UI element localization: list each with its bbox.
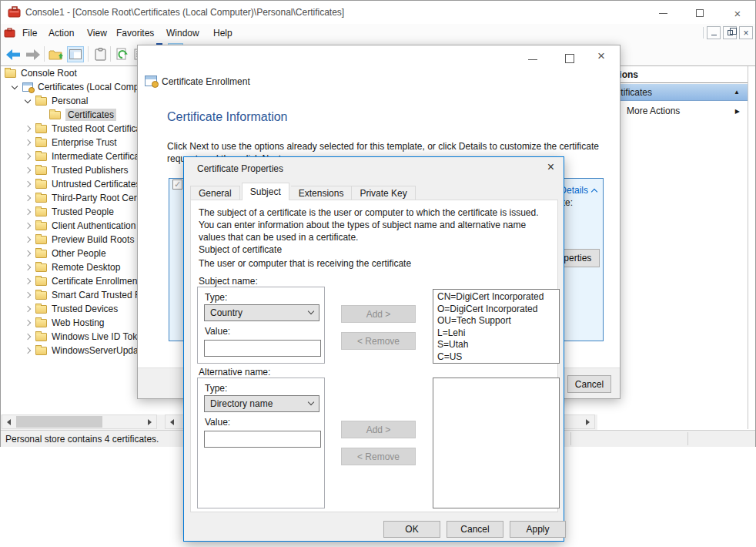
tab-strip: General Subject Extensions Private Key — [190, 183, 416, 200]
menu-action[interactable]: Action — [49, 28, 74, 39]
expand-arrow-icon[interactable] — [25, 167, 31, 173]
selected-type: Country — [210, 307, 243, 318]
subject-type-dropdown[interactable]: Country — [204, 304, 319, 321]
folder-icon — [35, 97, 47, 106]
close-icon[interactable]: × — [547, 160, 554, 174]
scroll-left-icon — [7, 419, 11, 425]
expand-arrow-icon[interactable] — [25, 223, 31, 229]
expand-arrow-icon[interactable] — [25, 264, 31, 270]
subject-value-input[interactable] — [204, 340, 321, 357]
folder-icon — [5, 69, 16, 78]
scroll-left-button[interactable] — [2, 416, 15, 428]
subject-heading: Subject of certificate — [199, 244, 282, 255]
subject-subheading: The user or computer that is receiving t… — [199, 258, 411, 269]
mmc-app-icon — [8, 6, 22, 18]
close-button[interactable]: × — [726, 7, 749, 19]
folder-icon — [35, 208, 47, 216]
actions-group-certificates[interactable]: Certificates ▲ — [600, 84, 748, 101]
menu-file[interactable]: File — [22, 28, 37, 39]
expand-arrow-icon[interactable] — [25, 320, 31, 326]
subject-tab-page: The subject of a certificate is the user… — [190, 200, 558, 512]
expand-arrow-icon[interactable] — [25, 347, 31, 354]
ok-button[interactable]: OK — [383, 521, 440, 538]
collapse-group-icon[interactable]: ▲ — [734, 89, 740, 96]
selected-type: Directory name — [210, 398, 273, 409]
paste-button[interactable] — [92, 46, 109, 62]
subject-entry[interactable]: OU=Tech Support — [437, 315, 559, 327]
tree-horizontal-scrollbar[interactable] — [2, 414, 157, 429]
child-restore-button[interactable] — [723, 26, 737, 39]
collapse-arrow-icon[interactable] — [25, 96, 31, 102]
tab-private-key[interactable]: Private Key — [352, 186, 415, 200]
menu-favorites[interactable]: Favorites — [116, 28, 154, 39]
collapse-arrow-icon[interactable] — [12, 82, 18, 89]
more-actions-item[interactable]: More Actions ▶ — [600, 102, 748, 120]
subject-entry[interactable]: CN=DigiCert Incorporated — [437, 291, 559, 304]
apply-button[interactable]: Apply — [510, 521, 566, 538]
menu-window[interactable]: Window — [166, 28, 199, 39]
tab-subject[interactable]: Subject — [242, 183, 289, 200]
alternative-remove-button[interactable]: < Remove — [341, 448, 416, 465]
expand-arrow-icon[interactable] — [25, 250, 31, 257]
status-text: Personal store contains 4 certificates. — [5, 434, 159, 445]
enrollment-cancel-button[interactable]: Cancel — [567, 375, 611, 393]
subject-entry[interactable]: O=DigiCert Incorporated — [437, 304, 559, 316]
forward-button[interactable] — [24, 46, 41, 62]
alternative-name-label: Alternative name: — [199, 367, 270, 378]
maximize-icon[interactable] — [565, 54, 574, 63]
child-minimize-button[interactable] — [707, 26, 721, 39]
expand-arrow-icon[interactable] — [25, 195, 31, 201]
scroll-right-button[interactable] — [143, 416, 156, 428]
scrollbar-thumb[interactable] — [16, 416, 102, 428]
expand-arrow-icon[interactable] — [25, 209, 31, 215]
expand-arrow-icon[interactable] — [25, 126, 31, 132]
value-label: Value: — [205, 417, 230, 428]
close-icon[interactable]: × — [597, 49, 605, 64]
maximize-button[interactable] — [688, 7, 711, 19]
expand-arrow-icon[interactable] — [25, 237, 31, 243]
folder-icon — [35, 180, 47, 189]
expand-arrow-icon[interactable] — [25, 292, 31, 298]
subject-entries-listbox[interactable]: CN=DigiCert IncorporatedO=DigiCert Incor… — [433, 289, 560, 364]
show-console-tree-button[interactable] — [67, 46, 84, 62]
alternative-value-input[interactable] — [204, 431, 321, 448]
menu-bar: File Action View Favorites Window Help × — [1, 24, 755, 42]
console-tree-icon — [69, 49, 82, 59]
subject-entry[interactable]: L=Lehi — [437, 327, 559, 340]
refresh-button[interactable] — [114, 46, 131, 62]
folder-icon — [35, 291, 47, 300]
tree-item-label: Trusted People — [52, 206, 114, 217]
cancel-button[interactable]: Cancel — [447, 521, 503, 538]
expand-arrow-icon[interactable] — [25, 139, 31, 146]
tab-extensions[interactable]: Extensions — [291, 186, 353, 200]
child-close-button[interactable]: × — [739, 26, 753, 39]
expand-arrow-icon[interactable] — [25, 278, 31, 284]
alternative-entries-listbox[interactable] — [433, 378, 560, 508]
subject-entry[interactable]: C=US — [437, 351, 559, 364]
minimize-icon[interactable] — [528, 59, 537, 60]
tab-general[interactable]: General — [190, 186, 240, 200]
up-one-level-button[interactable] — [48, 46, 65, 62]
back-button[interactable] — [5, 46, 22, 62]
folder-icon — [35, 277, 47, 286]
scroll-left-button[interactable] — [166, 416, 179, 428]
child-minimize-icon — [711, 35, 717, 35]
template-checkbox[interactable]: ✓ — [172, 180, 182, 190]
tree-item-label: Trusted Publishers — [52, 165, 129, 176]
expand-arrow-icon[interactable] — [25, 181, 31, 187]
alternative-add-button[interactable]: Add > — [341, 421, 416, 438]
subject-add-button[interactable]: Add > — [341, 305, 416, 323]
minimize-button[interactable] — [651, 7, 674, 19]
subject-remove-button[interactable]: < Remove — [341, 332, 416, 350]
expand-arrow-icon[interactable] — [25, 153, 31, 159]
subject-entry[interactable]: S=Utah — [437, 339, 559, 351]
expand-arrow-icon[interactable] — [25, 334, 31, 340]
expand-arrow-icon[interactable] — [25, 306, 31, 312]
menu-help[interactable]: Help — [213, 28, 232, 39]
refresh-icon — [116, 48, 129, 61]
alternative-type-dropdown[interactable]: Directory name — [204, 395, 319, 412]
scroll-right-button[interactable] — [581, 416, 594, 428]
details-link[interactable]: Details — [560, 185, 597, 196]
menu-view[interactable]: View — [87, 28, 107, 39]
window-title: Console1 - [Console Root\Certificates (L… — [25, 7, 344, 18]
